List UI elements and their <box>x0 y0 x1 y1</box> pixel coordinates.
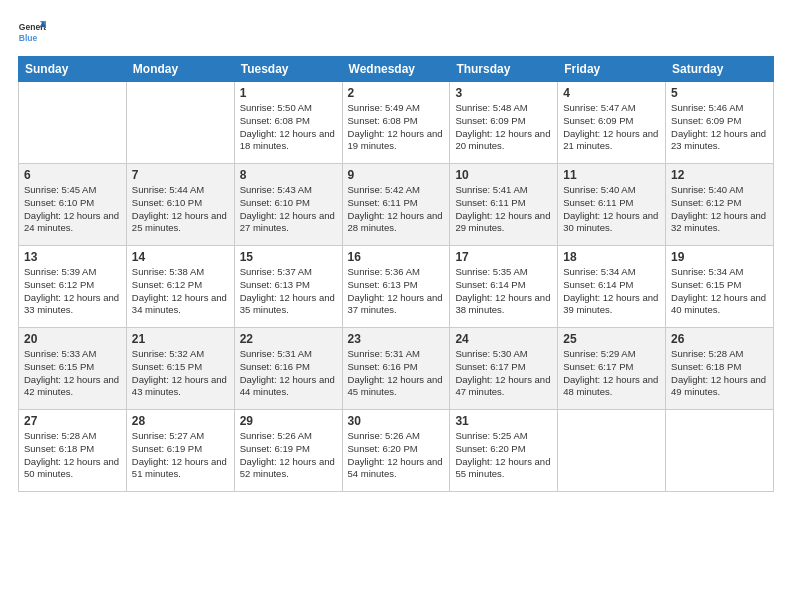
calendar-cell: 16Sunrise: 5:36 AM Sunset: 6:13 PM Dayli… <box>342 246 450 328</box>
calendar-cell: 22Sunrise: 5:31 AM Sunset: 6:16 PM Dayli… <box>234 328 342 410</box>
calendar-cell <box>666 410 774 492</box>
day-info: Sunrise: 5:36 AM Sunset: 6:13 PM Dayligh… <box>348 266 445 317</box>
calendar-row-3: 13Sunrise: 5:39 AM Sunset: 6:12 PM Dayli… <box>19 246 774 328</box>
day-info: Sunrise: 5:35 AM Sunset: 6:14 PM Dayligh… <box>455 266 552 317</box>
day-number: 27 <box>24 414 121 428</box>
day-number: 20 <box>24 332 121 346</box>
calendar-row-2: 6Sunrise: 5:45 AM Sunset: 6:10 PM Daylig… <box>19 164 774 246</box>
day-number: 26 <box>671 332 768 346</box>
calendar-cell: 10Sunrise: 5:41 AM Sunset: 6:11 PM Dayli… <box>450 164 558 246</box>
day-info: Sunrise: 5:31 AM Sunset: 6:16 PM Dayligh… <box>348 348 445 399</box>
day-number: 3 <box>455 86 552 100</box>
page: General Blue SundayMondayTuesdayWednesda… <box>0 0 792 612</box>
calendar-cell: 14Sunrise: 5:38 AM Sunset: 6:12 PM Dayli… <box>126 246 234 328</box>
calendar-cell <box>19 82 127 164</box>
day-info: Sunrise: 5:25 AM Sunset: 6:20 PM Dayligh… <box>455 430 552 481</box>
svg-text:Blue: Blue <box>19 33 38 43</box>
day-info: Sunrise: 5:40 AM Sunset: 6:12 PM Dayligh… <box>671 184 768 235</box>
calendar-cell: 18Sunrise: 5:34 AM Sunset: 6:14 PM Dayli… <box>558 246 666 328</box>
day-info: Sunrise: 5:26 AM Sunset: 6:19 PM Dayligh… <box>240 430 337 481</box>
calendar-cell: 24Sunrise: 5:30 AM Sunset: 6:17 PM Dayli… <box>450 328 558 410</box>
day-info: Sunrise: 5:28 AM Sunset: 6:18 PM Dayligh… <box>24 430 121 481</box>
day-info: Sunrise: 5:37 AM Sunset: 6:13 PM Dayligh… <box>240 266 337 317</box>
weekday-header-row: SundayMondayTuesdayWednesdayThursdayFrid… <box>19 57 774 82</box>
day-number: 14 <box>132 250 229 264</box>
day-info: Sunrise: 5:33 AM Sunset: 6:15 PM Dayligh… <box>24 348 121 399</box>
calendar-row-1: 1Sunrise: 5:50 AM Sunset: 6:08 PM Daylig… <box>19 82 774 164</box>
day-number: 25 <box>563 332 660 346</box>
day-number: 17 <box>455 250 552 264</box>
logo: General Blue <box>18 18 50 46</box>
weekday-saturday: Saturday <box>666 57 774 82</box>
weekday-friday: Friday <box>558 57 666 82</box>
calendar-cell: 30Sunrise: 5:26 AM Sunset: 6:20 PM Dayli… <box>342 410 450 492</box>
calendar-cell: 20Sunrise: 5:33 AM Sunset: 6:15 PM Dayli… <box>19 328 127 410</box>
calendar-cell: 4Sunrise: 5:47 AM Sunset: 6:09 PM Daylig… <box>558 82 666 164</box>
calendar-cell: 11Sunrise: 5:40 AM Sunset: 6:11 PM Dayli… <box>558 164 666 246</box>
day-info: Sunrise: 5:40 AM Sunset: 6:11 PM Dayligh… <box>563 184 660 235</box>
day-number: 7 <box>132 168 229 182</box>
calendar-cell: 23Sunrise: 5:31 AM Sunset: 6:16 PM Dayli… <box>342 328 450 410</box>
day-number: 11 <box>563 168 660 182</box>
calendar-cell: 3Sunrise: 5:48 AM Sunset: 6:09 PM Daylig… <box>450 82 558 164</box>
day-info: Sunrise: 5:34 AM Sunset: 6:14 PM Dayligh… <box>563 266 660 317</box>
calendar-table: SundayMondayTuesdayWednesdayThursdayFrid… <box>18 56 774 492</box>
calendar-cell: 13Sunrise: 5:39 AM Sunset: 6:12 PM Dayli… <box>19 246 127 328</box>
day-info: Sunrise: 5:42 AM Sunset: 6:11 PM Dayligh… <box>348 184 445 235</box>
calendar-cell: 21Sunrise: 5:32 AM Sunset: 6:15 PM Dayli… <box>126 328 234 410</box>
day-info: Sunrise: 5:47 AM Sunset: 6:09 PM Dayligh… <box>563 102 660 153</box>
calendar-cell: 8Sunrise: 5:43 AM Sunset: 6:10 PM Daylig… <box>234 164 342 246</box>
day-info: Sunrise: 5:38 AM Sunset: 6:12 PM Dayligh… <box>132 266 229 317</box>
day-number: 24 <box>455 332 552 346</box>
day-number: 8 <box>240 168 337 182</box>
logo-icon: General Blue <box>18 18 46 46</box>
day-info: Sunrise: 5:30 AM Sunset: 6:17 PM Dayligh… <box>455 348 552 399</box>
calendar-row-5: 27Sunrise: 5:28 AM Sunset: 6:18 PM Dayli… <box>19 410 774 492</box>
day-number: 9 <box>348 168 445 182</box>
weekday-wednesday: Wednesday <box>342 57 450 82</box>
day-number: 30 <box>348 414 445 428</box>
calendar-cell: 19Sunrise: 5:34 AM Sunset: 6:15 PM Dayli… <box>666 246 774 328</box>
calendar-cell: 29Sunrise: 5:26 AM Sunset: 6:19 PM Dayli… <box>234 410 342 492</box>
day-info: Sunrise: 5:28 AM Sunset: 6:18 PM Dayligh… <box>671 348 768 399</box>
day-number: 13 <box>24 250 121 264</box>
calendar-cell: 28Sunrise: 5:27 AM Sunset: 6:19 PM Dayli… <box>126 410 234 492</box>
day-info: Sunrise: 5:29 AM Sunset: 6:17 PM Dayligh… <box>563 348 660 399</box>
weekday-sunday: Sunday <box>19 57 127 82</box>
day-info: Sunrise: 5:39 AM Sunset: 6:12 PM Dayligh… <box>24 266 121 317</box>
day-number: 2 <box>348 86 445 100</box>
day-info: Sunrise: 5:50 AM Sunset: 6:08 PM Dayligh… <box>240 102 337 153</box>
calendar-cell: 26Sunrise: 5:28 AM Sunset: 6:18 PM Dayli… <box>666 328 774 410</box>
day-number: 6 <box>24 168 121 182</box>
day-number: 28 <box>132 414 229 428</box>
day-info: Sunrise: 5:31 AM Sunset: 6:16 PM Dayligh… <box>240 348 337 399</box>
calendar-cell: 12Sunrise: 5:40 AM Sunset: 6:12 PM Dayli… <box>666 164 774 246</box>
day-number: 12 <box>671 168 768 182</box>
day-number: 4 <box>563 86 660 100</box>
day-number: 5 <box>671 86 768 100</box>
day-info: Sunrise: 5:46 AM Sunset: 6:09 PM Dayligh… <box>671 102 768 153</box>
calendar-cell <box>126 82 234 164</box>
day-info: Sunrise: 5:45 AM Sunset: 6:10 PM Dayligh… <box>24 184 121 235</box>
day-info: Sunrise: 5:27 AM Sunset: 6:19 PM Dayligh… <box>132 430 229 481</box>
day-number: 15 <box>240 250 337 264</box>
calendar-cell: 6Sunrise: 5:45 AM Sunset: 6:10 PM Daylig… <box>19 164 127 246</box>
header: General Blue <box>18 18 774 46</box>
calendar-cell: 1Sunrise: 5:50 AM Sunset: 6:08 PM Daylig… <box>234 82 342 164</box>
day-number: 1 <box>240 86 337 100</box>
day-number: 29 <box>240 414 337 428</box>
day-info: Sunrise: 5:48 AM Sunset: 6:09 PM Dayligh… <box>455 102 552 153</box>
day-number: 18 <box>563 250 660 264</box>
day-info: Sunrise: 5:43 AM Sunset: 6:10 PM Dayligh… <box>240 184 337 235</box>
day-number: 21 <box>132 332 229 346</box>
calendar-cell: 5Sunrise: 5:46 AM Sunset: 6:09 PM Daylig… <box>666 82 774 164</box>
day-number: 19 <box>671 250 768 264</box>
calendar-cell: 2Sunrise: 5:49 AM Sunset: 6:08 PM Daylig… <box>342 82 450 164</box>
calendar-cell <box>558 410 666 492</box>
weekday-thursday: Thursday <box>450 57 558 82</box>
calendar-cell: 15Sunrise: 5:37 AM Sunset: 6:13 PM Dayli… <box>234 246 342 328</box>
calendar-cell: 27Sunrise: 5:28 AM Sunset: 6:18 PM Dayli… <box>19 410 127 492</box>
day-info: Sunrise: 5:49 AM Sunset: 6:08 PM Dayligh… <box>348 102 445 153</box>
calendar-cell: 17Sunrise: 5:35 AM Sunset: 6:14 PM Dayli… <box>450 246 558 328</box>
calendar-cell: 7Sunrise: 5:44 AM Sunset: 6:10 PM Daylig… <box>126 164 234 246</box>
